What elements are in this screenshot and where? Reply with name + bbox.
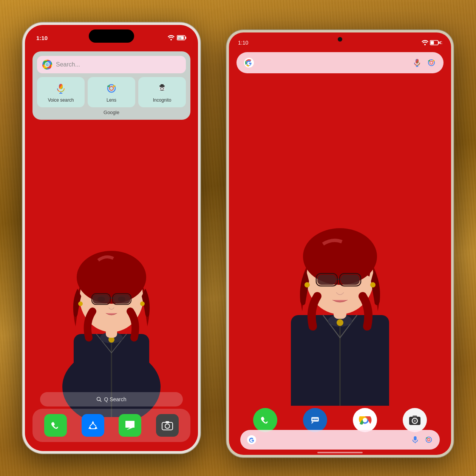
svg-point-78 bbox=[312, 419, 314, 420]
android-search-bar-bottom[interactable] bbox=[240, 430, 440, 450]
incognito-label: Incognito bbox=[153, 97, 172, 103]
android-screen: 1:10 47% bbox=[229, 32, 451, 455]
android-character-illustration bbox=[253, 141, 427, 406]
appstore-app-icon bbox=[87, 419, 99, 431]
svg-rect-69 bbox=[317, 275, 336, 285]
android-gesture-bar bbox=[317, 452, 363, 453]
chrome-app-icon bbox=[357, 413, 372, 428]
svg-point-18 bbox=[159, 88, 162, 90]
svg-text:53: 53 bbox=[178, 37, 181, 40]
svg-line-41 bbox=[93, 423, 96, 426]
android-search-bar-top[interactable] bbox=[236, 52, 444, 73]
android-time: 1:10 bbox=[238, 40, 248, 46]
android-dock bbox=[240, 408, 440, 432]
svg-rect-5 bbox=[59, 84, 63, 89]
android-device: 1:10 47% bbox=[227, 30, 453, 457]
android-status-right: 47% bbox=[422, 40, 442, 45]
svg-point-37 bbox=[118, 297, 125, 302]
iphone-bottom-search[interactable]: Q Search bbox=[40, 392, 183, 406]
svg-rect-88 bbox=[413, 416, 417, 417]
voice-search-button[interactable]: Voice search bbox=[37, 77, 85, 107]
google-g-inner bbox=[45, 62, 50, 67]
svg-rect-53 bbox=[416, 59, 419, 63]
dock-phone-app[interactable] bbox=[44, 414, 67, 437]
android-wallpaper bbox=[229, 78, 451, 455]
svg-line-40 bbox=[90, 423, 93, 426]
svg-point-0 bbox=[170, 39, 172, 40]
svg-point-74 bbox=[304, 282, 310, 287]
search-bar-actions bbox=[413, 58, 436, 67]
search-magnifier-icon bbox=[96, 397, 102, 402]
search-bar-bottom-actions bbox=[411, 436, 433, 444]
android-phone-app[interactable] bbox=[253, 408, 277, 432]
svg-point-9 bbox=[110, 87, 113, 90]
svg-rect-2 bbox=[185, 37, 187, 39]
voice-search-label: Voice search bbox=[48, 97, 74, 103]
lens-label: Lens bbox=[107, 97, 116, 103]
svg-line-39 bbox=[100, 400, 102, 402]
google-g-icon-top bbox=[244, 58, 254, 68]
svg-point-80 bbox=[316, 419, 318, 420]
lens-icon-top[interactable] bbox=[427, 58, 436, 67]
iphone-search-bar[interactable]: Search... bbox=[37, 56, 186, 73]
phone-app-icon bbox=[49, 419, 62, 431]
svg-rect-17 bbox=[161, 84, 164, 86]
svg-point-19 bbox=[162, 88, 165, 90]
iphone-device: 1:10 53 bbox=[23, 23, 200, 453]
messages-app-icon bbox=[124, 419, 136, 431]
dynamic-island bbox=[89, 29, 134, 43]
mic-icon-top[interactable] bbox=[413, 58, 422, 67]
battery-icon: 53 bbox=[177, 35, 187, 40]
android-wifi-icon bbox=[422, 40, 428, 45]
google-widget: Search... bbox=[32, 51, 190, 120]
wifi-icon bbox=[168, 35, 175, 40]
search-placeholder: Search... bbox=[56, 61, 80, 68]
android-messages-app[interactable] bbox=[303, 408, 327, 432]
incognito-button[interactable]: Incognito bbox=[138, 77, 186, 107]
dock-camera-app[interactable] bbox=[156, 414, 179, 437]
android-messages-icon bbox=[308, 413, 322, 427]
svg-point-36 bbox=[97, 297, 105, 302]
svg-point-83 bbox=[363, 418, 367, 422]
svg-point-93 bbox=[428, 439, 430, 441]
android-battery-icon: 47% bbox=[430, 40, 442, 45]
svg-point-65 bbox=[337, 319, 343, 326]
lens-icon bbox=[105, 82, 118, 95]
svg-point-35 bbox=[140, 301, 145, 306]
svg-point-34 bbox=[78, 301, 83, 306]
svg-point-45 bbox=[165, 424, 170, 428]
svg-rect-70 bbox=[341, 275, 360, 285]
svg-point-79 bbox=[314, 419, 316, 420]
mic-icon bbox=[54, 82, 68, 95]
iphone-search-text: Q Search bbox=[104, 396, 126, 402]
iphone-status-right: 53 bbox=[168, 35, 187, 40]
widget-buttons: Voice search Lens bbox=[37, 77, 186, 107]
camera-app-icon bbox=[161, 419, 173, 431]
android-camera-app[interactable] bbox=[403, 408, 427, 432]
iphone-dock bbox=[32, 409, 190, 442]
incognito-icon bbox=[155, 82, 169, 95]
svg-rect-43 bbox=[125, 421, 134, 428]
camera-hole bbox=[338, 37, 342, 42]
svg-point-75 bbox=[370, 282, 376, 287]
svg-rect-50 bbox=[431, 41, 434, 45]
mic-icon-bottom[interactable] bbox=[411, 436, 419, 444]
dock-messages-app[interactable] bbox=[119, 414, 141, 437]
svg-point-47 bbox=[424, 44, 426, 45]
svg-point-87 bbox=[414, 420, 416, 422]
svg-point-57 bbox=[430, 61, 433, 64]
lens-button[interactable]: Lens bbox=[88, 77, 135, 107]
google-widget-label: Google bbox=[37, 110, 186, 115]
iphone-screen: 1:10 53 bbox=[25, 25, 198, 451]
google-g-logo bbox=[42, 60, 52, 70]
svg-rect-46 bbox=[165, 421, 169, 423]
dock-appstore-app[interactable] bbox=[82, 414, 104, 437]
lens-icon-bottom[interactable] bbox=[425, 436, 433, 444]
android-phone-icon bbox=[259, 414, 271, 426]
android-camera-icon bbox=[408, 413, 422, 427]
android-chrome-app[interactable] bbox=[353, 408, 377, 432]
iphone-time: 1:10 bbox=[36, 35, 48, 41]
svg-text:47%: 47% bbox=[439, 41, 442, 45]
google-g-icon-bottom bbox=[247, 435, 256, 444]
character-illustration bbox=[40, 153, 183, 417]
